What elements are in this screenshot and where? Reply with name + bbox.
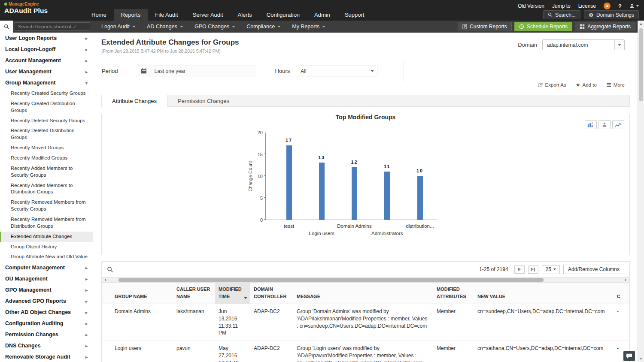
- add-remove-columns-button[interactable]: Add/Remove Columns: [563, 265, 624, 274]
- sidebar-subitem-recently-moved-groups[interactable]: Recently Moved Groups: [0, 143, 93, 153]
- menu-logon-audit[interactable]: Logon Audit: [101, 24, 136, 30]
- vertical-scrollbar[interactable]: ▲ ▼: [638, 21, 644, 362]
- export-as-link[interactable]: Export As: [538, 82, 566, 87]
- next-page-button[interactable]: [514, 265, 525, 274]
- help-icon[interactable]: ?: [618, 3, 622, 9]
- sidebar-item-user-management[interactable]: User Management▸: [0, 66, 93, 77]
- column-header-c[interactable]: C: [614, 293, 630, 304]
- chart-bar-distribution[interactable]: [417, 176, 423, 220]
- user-chart-icon[interactable]: [598, 120, 611, 129]
- global-search-button[interactable]: Search...: [543, 10, 580, 19]
- column-header-group-name[interactable]: GROUP NAME: [107, 293, 173, 304]
- report-search-input[interactable]: [15, 22, 90, 31]
- sidebar-subitem-group-object-history[interactable]: Group Object History: [0, 242, 93, 252]
- user-menu[interactable]: [629, 2, 639, 10]
- table-search-icon[interactable]: [107, 266, 113, 273]
- column-header-message[interactable]: MESSAGE: [293, 293, 433, 304]
- scroll-left-arrow[interactable]: ‹: [103, 277, 109, 283]
- menu-ad-changes[interactable]: AD Changes: [147, 24, 183, 30]
- column-header-modified-time[interactable]: MODIFIED TIME: [215, 283, 250, 304]
- cell-caller_user_name: pavun: [173, 341, 215, 362]
- horizontal-scroll-thumb[interactable]: [118, 278, 544, 282]
- chart-bar-login-users[interactable]: [319, 163, 325, 220]
- sidebar-subitem-group-attribute-new-and-old-value[interactable]: Group Attribute New and Old Value: [0, 252, 93, 262]
- table-row[interactable]: Domain AdminslakshmananJun 13,2016 11:33…: [102, 304, 629, 341]
- period-input[interactable]: [150, 66, 256, 76]
- nav-admin[interactable]: Admin: [307, 9, 337, 21]
- cell-extra: -: [614, 304, 630, 341]
- column-header-modified-attributes[interactable]: MODIFIED ATTRIBUTES: [433, 286, 474, 304]
- more-link[interactable]: More: [606, 82, 625, 87]
- tabs: Attribute ChangesPermission Changes: [101, 95, 630, 107]
- sidebar-item-removable-storage-audit[interactable]: Removable Storage Audit▸: [0, 351, 93, 362]
- menu-gpo-changes[interactable]: GPO Changes: [194, 24, 235, 30]
- sidebar-item-other-ad-object-changes[interactable]: Other AD Object Changes▸: [0, 307, 93, 318]
- aggregate-reports-button[interactable]: Aggregate Reports: [575, 22, 635, 31]
- sidebar-search-toggle[interactable]: [0, 21, 13, 33]
- sidebar-item-local-logon-logoff[interactable]: Local Logon-Logoff▸: [0, 44, 93, 55]
- sidebar-item-advanced-gpo-reports[interactable]: Advanced GPO Reports▸: [0, 296, 93, 307]
- feedback-chat-button[interactable]: [623, 351, 635, 361]
- bar-chart-icon[interactable]: [585, 120, 597, 129]
- sidebar-subitem-recently-created-security-groups[interactable]: Recently Created Security Groups: [0, 88, 93, 99]
- horizontal-scrollbar[interactable]: ‹ ›: [102, 277, 629, 283]
- sidebar-subitem-recently-modified-groups[interactable]: Recently Modified Groups: [0, 153, 93, 163]
- sidebar-subitem-extended-attribute-changes[interactable]: Extended Attribute Changes: [0, 232, 93, 242]
- nav-reports[interactable]: Reports: [114, 9, 148, 21]
- column-header-domain-controller[interactable]: DOMAIN CONTROLLER: [250, 286, 293, 304]
- sidebar-subitem-recently-removed-members-from-distribution-groups[interactable]: Recently Removed Members from Distributi…: [0, 214, 93, 232]
- nav-server-audit[interactable]: Server Audit: [185, 9, 231, 21]
- sidebar-item-configuration-auditing[interactable]: Configuration Auditing▸: [0, 318, 93, 329]
- scroll-right-arrow[interactable]: ›: [623, 277, 629, 283]
- page-size-select[interactable]: 25: [542, 265, 560, 274]
- nav-configuration[interactable]: Configuration: [259, 9, 307, 21]
- column-header-new-value[interactable]: NEW VALUE: [474, 293, 614, 304]
- custom-reports-button[interactable]: Custom Reports: [458, 22, 512, 31]
- scroll-down-arrow[interactable]: ▼: [638, 357, 644, 361]
- sidebar-item-permission-changes[interactable]: Permission Changes▸: [0, 329, 93, 340]
- sidebar-subitem-recently-created-distribution-groups[interactable]: Recently Created Distribution Groups: [0, 99, 93, 116]
- sidebar-item-gpo-management[interactable]: GPO Management▸: [0, 284, 93, 296]
- tab-attribute-changes[interactable]: Attribute Changes: [102, 95, 167, 107]
- column-header-caller-user-name[interactable]: CALLER USER NAME: [173, 286, 215, 304]
- calendar-icon[interactable]: [138, 66, 150, 76]
- sidebar-item-dns-changes[interactable]: DNS Changes▸: [0, 340, 93, 351]
- support-icon[interactable]: [604, 3, 611, 9]
- menu-my-reports[interactable]: My Reports: [292, 24, 325, 30]
- chevron-right-icon: ▸: [85, 288, 88, 293]
- brand-logo[interactable]: ManageEngine ADAudit Plus: [4, 2, 48, 15]
- jump-to-link[interactable]: Jump to: [552, 3, 571, 9]
- last-page-button[interactable]: [528, 265, 538, 274]
- tab-permission-changes[interactable]: Permission Changes: [167, 95, 240, 106]
- schedule-reports-button[interactable]: Schedule Reports: [514, 22, 572, 31]
- old-version-link[interactable]: Old Version: [518, 3, 544, 9]
- hours-select[interactable]: All: [296, 66, 377, 76]
- domain-select[interactable]: adap.internal.com: [542, 39, 625, 50]
- chart-bar-domain-admins[interactable]: [352, 167, 357, 220]
- sidebar-item-computer-management[interactable]: Computer Management▸: [0, 262, 93, 273]
- license-link[interactable]: License: [578, 3, 596, 9]
- sidebar-item-user-logon-reports[interactable]: User Logon Reports▸: [0, 33, 93, 44]
- sidebar-item-ou-management[interactable]: OU Management▸: [0, 273, 93, 284]
- top-actions: Search... Domain Settings: [543, 10, 639, 19]
- sidebar-item-account-management[interactable]: Account Management▸: [0, 55, 93, 66]
- chart-bar-administrators[interactable]: [384, 172, 390, 220]
- sidebar-item-group-management[interactable]: Group Management▾: [0, 77, 93, 88]
- nav-alerts[interactable]: Alerts: [231, 9, 259, 21]
- sidebar-subitem-recently-added-members-to-security-groups[interactable]: Recently Added Members to Security Group…: [0, 163, 93, 181]
- line-chart-icon[interactable]: [612, 120, 624, 129]
- nav-file-audit[interactable]: File Audit: [148, 9, 185, 21]
- menu-compliance[interactable]: Compliance: [246, 24, 281, 30]
- add-to-link[interactable]: ★ Add to: [576, 82, 597, 88]
- sidebar-subitem-recently-added-members-to-distribution-groups[interactable]: Recently Added Members to Distribution G…: [0, 181, 93, 198]
- chart-bar-tesst[interactable]: [286, 145, 292, 220]
- nav-support[interactable]: Support: [337, 9, 372, 21]
- sidebar-subitem-recently-deleted-distribution-groups[interactable]: Recently Deleted Distribution Groups: [0, 126, 93, 143]
- scroll-up-arrow[interactable]: ▲: [638, 22, 644, 26]
- sidebar-subitem-recently-deleted-security-groups[interactable]: Recently Deleted Security Groups: [0, 116, 93, 126]
- vertical-scroll-thumb[interactable]: [639, 28, 643, 101]
- table-row[interactable]: Login userspavunMay 27,2016 12:24:49ADAP…: [102, 341, 629, 362]
- nav-home[interactable]: Home: [84, 9, 114, 21]
- sidebar-subitem-recently-removed-members-from-security-groups[interactable]: Recently Removed Members from Security G…: [0, 197, 93, 214]
- domain-settings-button[interactable]: Domain Settings: [584, 10, 639, 19]
